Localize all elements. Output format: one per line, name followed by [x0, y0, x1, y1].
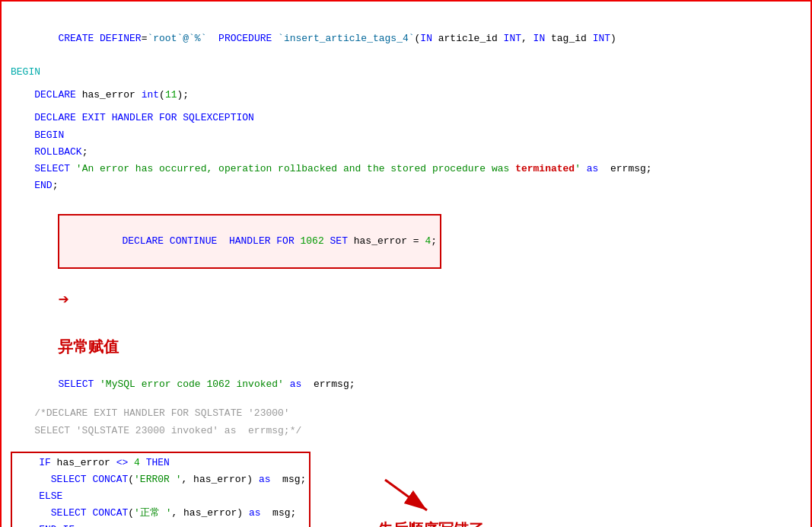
code-line-25: END IF; — [15, 522, 306, 527]
svg-line-1 — [385, 480, 427, 510]
code-line-24: SELECT CONCAT('正常 ', has_error) as msg; — [15, 505, 306, 522]
code-line-13: SELECT 'MySQL error code 1062 invoked' a… — [11, 376, 801, 393]
code-line-4: DECLARE has_error int(11); — [11, 87, 801, 104]
code-area: CREATE DEFINER=`root`@`%` PROCEDURE `ins… — [2, 9, 810, 527]
arrow-svg-2 — [377, 472, 438, 518]
code-line-18: SELECT 'SQLSTATE 23000 invoked' as errms… — [11, 423, 801, 439]
annotation-2-arrow-container: 先后顺序写错了 — [377, 472, 484, 527]
code-line-12: DECLARE CONTINUE HANDLER FOR 1062 SET ha… — [11, 197, 801, 376]
code-line-2: BEGIN — [11, 64, 801, 81]
code-line-23: ELSE — [15, 488, 306, 505]
code-line-6: DECLARE EXIT HANDLER FOR SQLEXCEPTION — [11, 110, 801, 126]
code-line-1: CREATE DEFINER=`root`@`%` PROCEDURE `ins… — [11, 14, 801, 64]
code-line-7: BEGIN — [11, 127, 801, 144]
code-line-8: ROLLBACK; — [11, 144, 801, 161]
code-line-10: END; — [11, 177, 801, 194]
code-line-17: /*DECLARE EXIT HANDLER FOR SQLSTATE '230… — [11, 405, 801, 422]
code-line-22: SELECT CONCAT('ERR0R ', has_error) as ms… — [15, 471, 306, 488]
if-block: IF has_error <> 4 THEN SELECT CONCAT('ER… — [11, 452, 310, 527]
main-container: CREATE DEFINER=`root`@`%` PROCEDURE `ins… — [0, 0, 812, 527]
annotation-1-label: 异常赋值 — [58, 338, 119, 355]
code-line-21: IF has_error <> 4 THEN — [15, 455, 306, 471]
code-line-9: SELECT 'An error has occurred, operation… — [11, 161, 801, 177]
